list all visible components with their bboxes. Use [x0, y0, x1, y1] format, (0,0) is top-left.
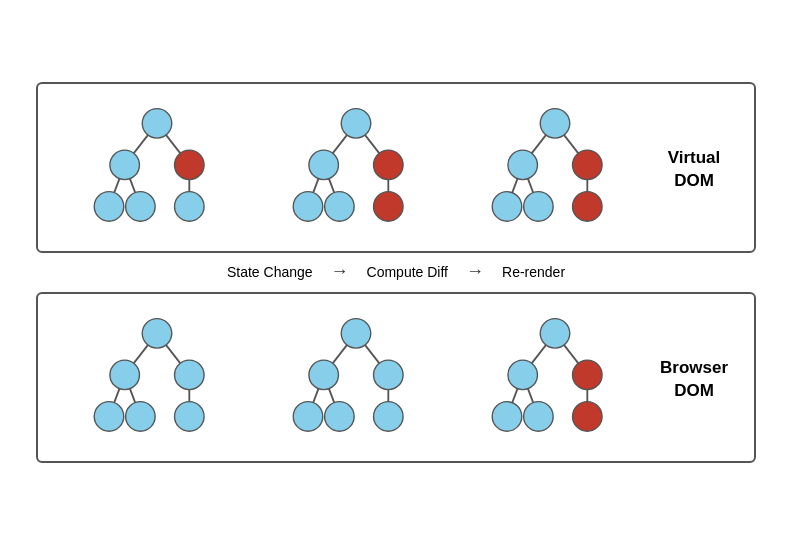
svg-point-52 [293, 402, 323, 432]
svg-point-28 [508, 150, 538, 180]
svg-point-8 [95, 192, 125, 222]
bdom-tree-3 [455, 312, 654, 447]
svg-point-41 [95, 402, 125, 432]
svg-point-5 [143, 109, 173, 139]
main-container: Virtual DOM State Change → Compute Diff … [36, 82, 756, 463]
svg-point-53 [325, 402, 355, 432]
svg-point-27 [540, 109, 570, 139]
svg-point-9 [126, 192, 156, 222]
browser-dom-box: Browser DOM [36, 292, 756, 463]
arrow1: → [331, 261, 349, 282]
step-labels: State Change → Compute Diff → Re-render [36, 253, 756, 292]
svg-point-21 [374, 192, 404, 222]
svg-point-49 [341, 319, 371, 349]
vdom-tree-1 [58, 102, 257, 237]
step2-label: Compute Diff [367, 264, 448, 280]
svg-point-63 [492, 402, 522, 432]
vdom-tree-2 [257, 102, 456, 237]
arrow2: → [466, 261, 484, 282]
svg-point-19 [293, 192, 323, 222]
svg-point-32 [572, 192, 602, 222]
svg-point-54 [374, 402, 404, 432]
svg-point-61 [508, 360, 538, 390]
svg-point-40 [175, 360, 205, 390]
svg-point-39 [110, 360, 140, 390]
svg-point-30 [492, 192, 522, 222]
svg-point-51 [374, 360, 404, 390]
svg-point-20 [325, 192, 355, 222]
svg-point-10 [175, 192, 205, 222]
browser-dom-label: Browser DOM [654, 357, 734, 401]
svg-point-65 [572, 402, 602, 432]
svg-point-18 [374, 150, 404, 180]
svg-point-43 [175, 402, 205, 432]
svg-point-60 [540, 319, 570, 349]
svg-point-7 [175, 150, 205, 180]
svg-point-38 [143, 319, 173, 349]
svg-point-50 [309, 360, 339, 390]
browser-dom-trees [58, 312, 654, 447]
virtual-dom-box: Virtual DOM [36, 82, 756, 253]
svg-point-62 [572, 360, 602, 390]
svg-point-16 [341, 109, 371, 139]
svg-point-6 [110, 150, 140, 180]
svg-point-17 [309, 150, 339, 180]
bdom-tree-2 [257, 312, 456, 447]
vdom-tree-3 [455, 102, 654, 237]
step1-label: State Change [227, 264, 313, 280]
svg-point-31 [523, 192, 553, 222]
svg-point-64 [523, 402, 553, 432]
step3-label: Re-render [502, 264, 565, 280]
svg-point-29 [572, 150, 602, 180]
virtual-dom-label: Virtual DOM [654, 147, 734, 191]
svg-point-42 [126, 402, 156, 432]
bdom-tree-1 [58, 312, 257, 447]
virtual-dom-trees [58, 102, 654, 237]
